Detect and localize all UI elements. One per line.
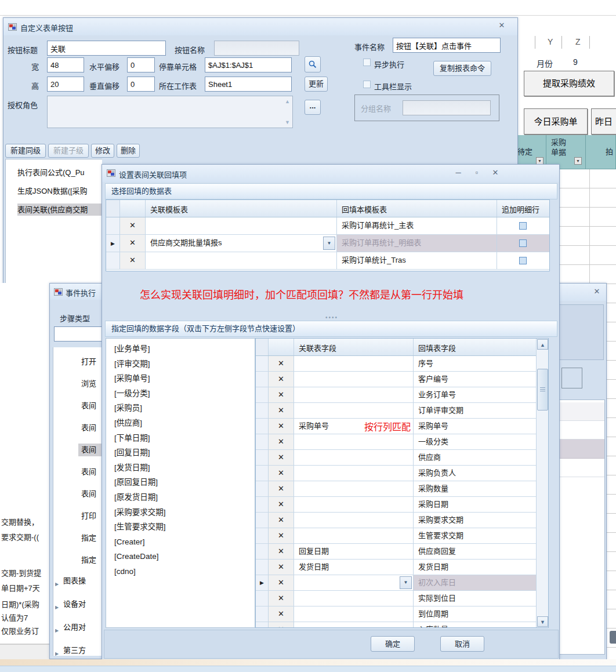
assoc-field-cell[interactable]: 采购单号按行列匹配 — [294, 419, 414, 434]
table2-row[interactable]: ✕业务订单号 — [256, 387, 536, 403]
dropdown-icon[interactable]: ▼ — [323, 237, 335, 250]
delete-row-button[interactable]: ✕ — [269, 372, 294, 387]
backfill-field-cell[interactable]: 供应商回复 — [414, 544, 536, 559]
toolbar-button[interactable]: 修改 — [91, 144, 114, 158]
backfill-field-cell[interactable]: 生管要求交期 — [414, 528, 536, 543]
toolbar-button[interactable]: 新建同级 — [5, 144, 46, 158]
field-node[interactable]: [cdno] — [114, 564, 255, 579]
assoc-field-cell[interactable] — [294, 606, 414, 622]
delete-row-button[interactable]: ✕ — [269, 513, 294, 528]
backfill-field-cell[interactable]: 客户编号 — [414, 372, 536, 387]
backfill-field-cell[interactable]: 入库数量 — [414, 622, 536, 627]
table2-col-backfill[interactable]: 回填表字段 — [414, 339, 536, 355]
backfill-field-cell[interactable]: 初次入库日 — [414, 575, 536, 590]
field-node[interactable]: [采购员] — [114, 401, 255, 416]
table2-row[interactable]: ✕采购单号按行列匹配采购单号 — [256, 419, 536, 434]
close-icon[interactable]: ✕ — [590, 287, 603, 297]
update-button[interactable]: 更新 — [305, 77, 328, 92]
event-name-input[interactable] — [393, 38, 501, 53]
dialog1-tree-item[interactable]: 表间关联(供应商交期 — [17, 204, 102, 216]
field-node[interactable]: [下单日期] — [114, 431, 255, 446]
backfill-field-cell[interactable]: 采购负责人 — [414, 466, 536, 481]
table2-row[interactable]: ▶✕▼初次入库日 — [256, 575, 536, 591]
backfill-field-cell[interactable]: 采购单号 — [414, 419, 536, 434]
backfill-template-cell[interactable]: 采购订单再统计_主表 — [337, 217, 497, 234]
tree-expand-icon[interactable]: ▶ — [55, 648, 59, 657]
field-node[interactable]: [Creater] — [114, 535, 255, 550]
assoc-field-cell[interactable] — [294, 466, 414, 481]
dialog1-titlebar[interactable] — [3, 18, 517, 35]
assoc-field-cell[interactable]: ▼ — [294, 575, 414, 590]
table1-col-assoc[interactable]: 关联模板表 — [146, 200, 337, 217]
field-node[interactable]: [业务单号] — [114, 342, 255, 357]
tree-expand-icon[interactable]: ▶ — [55, 624, 59, 634]
table2-row[interactable]: ✕采购日期 — [256, 497, 536, 513]
delete-row-button[interactable]: ✕ — [269, 434, 294, 449]
assoc-field-cell[interactable] — [294, 497, 414, 512]
assoc-field-cell[interactable] — [294, 434, 414, 449]
table1-row[interactable]: ✕采购订单统计_Tras — [106, 252, 549, 270]
table1-row[interactable]: ✕采购订单再统计_主表 — [106, 217, 549, 235]
table2-row[interactable]: ✕客户编号 — [256, 372, 536, 387]
backfill-field-cell[interactable]: 序号 — [414, 356, 536, 371]
delete-row-button[interactable]: ✕ — [269, 528, 294, 543]
table2-row[interactable]: ✕实际到位日 — [256, 591, 536, 606]
dock-cell-input[interactable] — [205, 57, 292, 72]
column-letter-Z[interactable]: Z — [575, 37, 581, 46]
filter-cell-extra[interactable]: 拍 — [586, 135, 616, 169]
async-checkbox[interactable] — [363, 59, 371, 66]
backfill-field-cell[interactable]: 实际到位日 — [414, 591, 536, 606]
field-node[interactable]: [供应商] — [114, 416, 255, 431]
column-letter-Y[interactable]: Y — [548, 37, 553, 46]
tree-expand-icon[interactable]: ▶ — [55, 601, 59, 611]
delete-row-button[interactable]: ✕ — [269, 544, 294, 559]
list-item[interactable] — [560, 439, 604, 459]
append-detail-checkbox[interactable] — [519, 222, 527, 230]
delete-row-button[interactable]: ✕ — [269, 356, 294, 371]
field-node[interactable]: [生管要求交期] — [114, 520, 255, 535]
delete-row-button[interactable]: ✕ — [269, 606, 294, 622]
list-item[interactable] — [560, 402, 604, 421]
assoc-template-cell[interactable]: 供应商交期批量填报s▼ — [146, 235, 337, 252]
toolbar-checkbox[interactable] — [363, 81, 371, 88]
scroll-down-icon[interactable]: ▼ — [285, 119, 290, 125]
scroll-up-icon[interactable]: ▲ — [537, 339, 548, 350]
scroll-down-icon[interactable]: ▼ — [537, 616, 548, 627]
table2-row[interactable]: ✕采购要求交期 — [256, 513, 536, 528]
restore-icon[interactable]: ▫ — [470, 168, 483, 178]
backfill-field-cell[interactable]: 采购数量 — [414, 481, 536, 496]
delete-row-button[interactable]: ✕ — [120, 252, 146, 269]
assoc-field-cell[interactable] — [294, 591, 414, 606]
append-detail-cell[interactable] — [497, 252, 549, 269]
assoc-template-cell[interactable] — [146, 217, 337, 234]
h-offset-input[interactable] — [127, 57, 155, 72]
delete-row-button[interactable]: ✕ — [269, 450, 294, 465]
table2-row[interactable]: ✕采购数量 — [256, 481, 536, 497]
assoc-field-cell[interactable] — [294, 356, 414, 371]
backfill-template-cell[interactable]: 采购订单统计_Tras — [337, 252, 497, 269]
field-node[interactable]: [CreateDate] — [114, 549, 255, 564]
table2-row[interactable]: ✕订单评审交期 — [256, 403, 536, 419]
assoc-field-cell[interactable] — [294, 481, 414, 496]
delete-row-button[interactable]: ✕ — [269, 575, 294, 590]
backfill-field-cell[interactable]: 一级分类 — [414, 434, 536, 449]
width-input[interactable] — [47, 57, 84, 72]
right-small-box[interactable] — [561, 368, 582, 388]
height-input[interactable] — [47, 77, 84, 92]
table2-row[interactable]: ✕到位周期 — [256, 606, 536, 622]
table2-col-assoc[interactable]: 关联表字段 — [294, 339, 414, 355]
field-node[interactable]: [一级分类] — [114, 386, 255, 401]
extract-performance-button[interactable]: 提取采购绩效 — [524, 71, 614, 96]
splitter-dots[interactable]: •••• — [325, 314, 338, 321]
append-detail-cell[interactable] — [497, 217, 549, 234]
copy-report-button[interactable]: 复制报表命令 — [433, 61, 491, 76]
table2-row[interactable]: ✕入库数量 — [256, 622, 536, 627]
assoc-field-cell[interactable] — [294, 387, 414, 402]
append-detail-checkbox[interactable] — [519, 257, 527, 264]
field-node[interactable]: [原回复日期] — [114, 475, 255, 490]
assoc-field-cell[interactable] — [294, 513, 414, 528]
delete-row-button[interactable]: ✕ — [269, 466, 294, 481]
delete-row-button[interactable]: ✕ — [269, 481, 294, 496]
role-box[interactable]: ▲ ▼ — [47, 96, 293, 128]
list-item[interactable] — [560, 459, 604, 477]
